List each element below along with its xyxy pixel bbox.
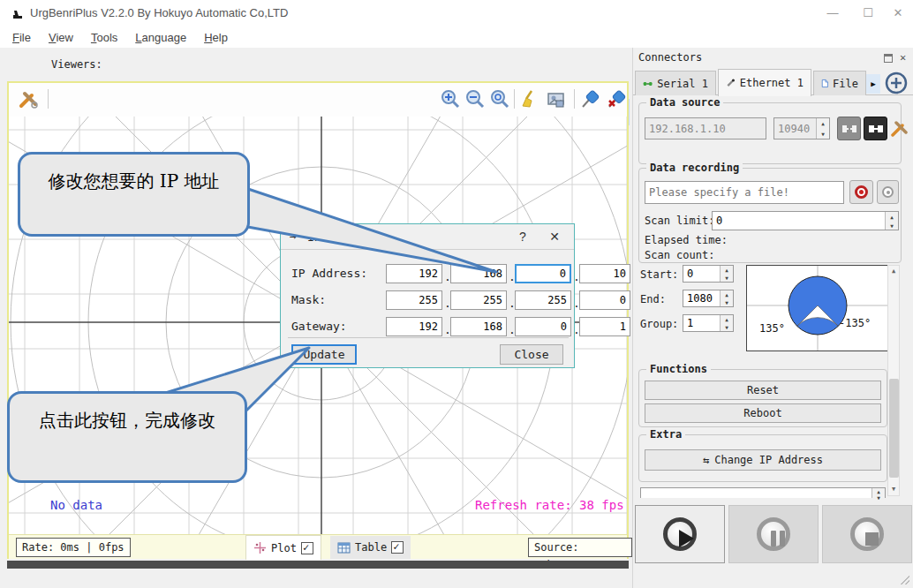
menu-bar: File View Tools Language Help [0, 26, 913, 48]
record-icon [855, 185, 868, 199]
group-stepper[interactable] [683, 314, 734, 332]
spinner-arrows[interactable] [720, 266, 733, 282]
menu-file[interactable]: File [4, 29, 40, 46]
menu-language[interactable]: Language [126, 29, 195, 46]
tab-file[interactable]: File [813, 71, 866, 95]
reboot-button[interactable]: Reboot [645, 403, 881, 423]
dialog-title: IP Changer [307, 230, 376, 244]
mask-octet-3[interactable] [515, 290, 571, 310]
float-panel-icon[interactable] [884, 54, 893, 63]
spinner-arrows[interactable] [720, 315, 733, 331]
plot-icon [253, 541, 267, 554]
zoom-in-icon[interactable] [440, 88, 461, 109]
maximize-button[interactable]: ☐ [853, 0, 883, 26]
play-button[interactable] [635, 505, 725, 563]
callout-modify-ip: 修改您想要的 IP 地址 [18, 152, 250, 237]
table-toggle[interactable]: Table [330, 536, 411, 559]
octet-dot [573, 270, 578, 283]
scroll-down-icon[interactable]: ▼ [888, 484, 899, 495]
tab-scroll-right-icon[interactable]: ▶ [866, 74, 880, 94]
unpin-icon[interactable] [606, 88, 627, 109]
scroll-up-icon[interactable]: ▲ [888, 266, 899, 277]
menu-help[interactable]: Help [195, 29, 237, 46]
spinner-arrows[interactable] [872, 488, 885, 498]
partial-stepper[interactable] [640, 487, 886, 498]
zoom-out-icon[interactable] [464, 88, 486, 109]
octet-dot [573, 323, 578, 336]
serial-icon [643, 78, 653, 90]
port-field[interactable] [774, 118, 815, 139]
disconnect-button[interactable] [837, 117, 861, 140]
file-icon [821, 77, 828, 90]
record-file-input[interactable] [645, 181, 844, 204]
octet-dot [444, 297, 449, 310]
ip-octet-1[interactable] [386, 264, 442, 283]
pin-icon[interactable] [579, 88, 600, 109]
reset-button[interactable]: Reset [645, 381, 881, 400]
stop-button[interactable] [822, 505, 912, 563]
update-button[interactable]: Update [291, 344, 357, 365]
resize-grip[interactable] [901, 576, 909, 584]
end-stepper[interactable] [683, 290, 734, 307]
clear-broom-icon[interactable] [519, 88, 540, 109]
toolbar-separator [574, 89, 575, 109]
group-legend: Functions [646, 363, 711, 375]
end-field[interactable] [683, 290, 719, 306]
plot-checkbox[interactable] [301, 542, 313, 554]
mask-octet-2[interactable] [450, 290, 507, 310]
ip-field[interactable] [645, 117, 766, 139]
elapsed-time-label: Elapsed time: [645, 234, 728, 246]
disconnect-icon [841, 123, 857, 135]
start-label: Start: [640, 268, 678, 281]
octet-dot [573, 297, 578, 310]
menu-tools[interactable]: Tools [82, 29, 126, 46]
panel-header: Connectors ✕ [633, 49, 913, 67]
gateway-octet-2[interactable] [450, 317, 507, 336]
title-bar: UrgBenriPlus V2.2.0 By Hokuyo Automatic … [0, 0, 913, 26]
start-field[interactable] [683, 266, 719, 282]
dialog-help-button[interactable]: ? [512, 228, 533, 246]
minimize-button[interactable]: — [818, 0, 848, 26]
group-field[interactable] [683, 315, 719, 331]
data-source-group: Data source [638, 102, 902, 164]
viewers-toolbar: Viewers: Ethernet1 ▼ ✕ None ▼ ✕ None ▼ ✕… [0, 48, 632, 81]
record-button[interactable] [849, 180, 873, 204]
spinner-arrows[interactable] [816, 118, 829, 139]
scan-limit-stepper[interactable] [712, 211, 899, 230]
menu-view[interactable]: View [40, 29, 82, 46]
ip-octet-4[interactable] [579, 264, 630, 283]
start-stepper[interactable] [683, 265, 734, 283]
spinner-arrows[interactable] [720, 290, 733, 306]
scan-limit-label: Scan limit: [645, 215, 714, 227]
pause-button[interactable] [728, 505, 819, 563]
connect-button[interactable] [864, 117, 887, 140]
mask-octet-1[interactable] [386, 290, 442, 310]
snapshot-icon[interactable] [546, 88, 567, 109]
ip-octet-2[interactable] [450, 264, 507, 283]
scrollbar-thumb[interactable] [889, 379, 899, 478]
close-button[interactable]: Close [500, 344, 563, 365]
gateway-octet-3[interactable] [515, 317, 571, 336]
stop-record-button[interactable] [877, 180, 899, 204]
zoom-reset-icon[interactable] [489, 88, 510, 109]
ip-octet-3[interactable] [515, 264, 571, 283]
port-stepper[interactable] [773, 117, 830, 139]
gateway-octet-1[interactable] [386, 317, 442, 336]
mask-octet-4[interactable] [579, 290, 630, 310]
plot-toggle[interactable]: Plot [245, 535, 321, 560]
close-panel-icon[interactable]: ✕ [900, 51, 906, 64]
add-connector-icon[interactable] [884, 71, 909, 95]
tab-ethernet-1[interactable]: Ethernet 1 [718, 69, 811, 96]
plot-settings-icon[interactable] [18, 88, 39, 109]
gateway-octet-4[interactable] [579, 317, 630, 336]
tab-serial-1[interactable]: Serial 1 [635, 71, 716, 95]
spinner-arrows[interactable] [885, 212, 898, 230]
dialog-close-button[interactable]: ✕ [544, 228, 565, 246]
table-checkbox[interactable] [391, 541, 404, 554]
panel-scrollbar[interactable]: ▲ ▼ [887, 265, 900, 496]
connection-settings-icon[interactable] [890, 118, 909, 138]
scan-limit-field[interactable] [713, 212, 880, 230]
table-toggle-label: Table [355, 541, 387, 554]
change-ip-button[interactable]: ⇆ Change IP Address [645, 449, 881, 471]
close-button[interactable]: ✕ [883, 0, 913, 26]
